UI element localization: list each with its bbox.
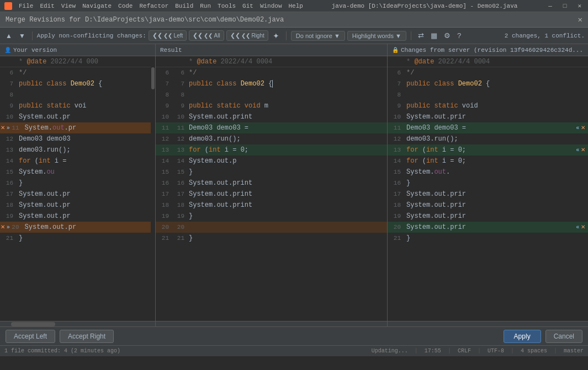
result-line-16: 16 16 System.out.print xyxy=(156,178,387,189)
left-conflict-accept2-btn[interactable]: » xyxy=(6,224,10,230)
left-conflict-x-btn[interactable]: ✕ xyxy=(0,125,6,131)
menu-view[interactable]: View xyxy=(61,3,76,9)
menu-edit[interactable]: Edit xyxy=(40,3,54,9)
apply-all-btn[interactable]: ❮❮ ❮❮ All xyxy=(189,30,224,41)
code-line-left-10: 10 System.out.pr xyxy=(0,111,155,122)
result-line-7: 7 7 public class Demo02 { xyxy=(156,78,387,89)
code-line-left-6: 6 */ xyxy=(0,67,155,78)
settings-btn[interactable]: ⚙ xyxy=(442,30,453,41)
right-conflict-x2-btn[interactable]: ✕ xyxy=(580,147,586,153)
right-btn-label: ❮❮ Right xyxy=(241,33,264,39)
status-separator-2: | xyxy=(448,348,451,354)
result-line-19: 19 19 } xyxy=(156,211,387,222)
menu-help[interactable]: Help xyxy=(289,3,303,9)
right-header-line: * @date 2022/4/4 0004 xyxy=(388,56,588,67)
left-conflict-x2-btn[interactable]: ✕ xyxy=(0,224,6,230)
code-line-left-21: 21 } xyxy=(0,233,155,244)
dialog-close-btn[interactable]: ✕ xyxy=(578,15,582,24)
status-separator-1: | xyxy=(415,348,418,354)
app-icon xyxy=(4,2,12,10)
apply-btn[interactable]: Apply xyxy=(504,330,541,343)
result-hscroll[interactable] xyxy=(156,321,388,327)
right-conflict-accept2-btn[interactable]: « xyxy=(575,147,580,153)
left-header-line: * @date 2022/4/4 000 xyxy=(0,56,155,67)
code-line-right-18: 18 System.out.prir xyxy=(388,200,588,211)
status-charset: UTF-8 xyxy=(488,348,504,354)
code-line-left-13: 13 demo03.run(); xyxy=(0,144,155,155)
next-change-btn[interactable]: ▼ xyxy=(17,31,28,41)
right-conflict-accept-btn[interactable]: « xyxy=(575,125,580,131)
right-hscroll[interactable] xyxy=(388,321,588,327)
code-line-right-8: 8 xyxy=(388,89,588,100)
magic-wand-btn[interactable]: ✦ xyxy=(271,30,282,41)
right-conflict-x-btn[interactable]: ✕ xyxy=(580,125,586,131)
prev-change-btn[interactable]: ▲ xyxy=(3,31,14,41)
status-updating: Updating... xyxy=(372,348,408,354)
result-line-18: 18 18 System.out.print xyxy=(156,200,387,211)
sync-btn[interactable]: ⇄ xyxy=(416,30,426,41)
maximize-btn[interactable]: □ xyxy=(561,3,569,9)
apply-left-btn[interactable]: ❮❮ ❮❮ Left xyxy=(149,30,187,41)
code-line-right-20: 20 System.out.prir « ✕ xyxy=(388,222,588,233)
code-line-right-9: 9 public static void xyxy=(388,100,588,111)
minimize-btn[interactable]: — xyxy=(546,3,554,9)
menu-build[interactable]: Build xyxy=(175,3,193,9)
result-line-9: 9 9 public static void m xyxy=(156,100,387,111)
code-line-right-12: 12 demo03.run(); xyxy=(388,133,588,144)
left-arrows-icon: ❮❮ xyxy=(152,32,162,39)
menu-window[interactable]: Window xyxy=(260,3,282,9)
server-changes-header: 🔒 Changes from server (revision 13f94602… xyxy=(388,44,588,56)
changes-info: 2 changes, 1 conflict. xyxy=(505,33,585,39)
your-version-icon: 👤 xyxy=(4,47,11,53)
result-line-13: 13 13 for (int i = 0; xyxy=(156,144,387,155)
status-separator-3: | xyxy=(478,348,481,354)
all-arrows-icon: ❮❮ xyxy=(193,32,203,39)
code-line-right-7: 7 public class Demo02 { xyxy=(388,78,588,89)
left-conflict-accept-btn[interactable]: » xyxy=(6,125,10,131)
apply-right-btn[interactable]: ❮❮ ❮❮ Right xyxy=(226,30,268,41)
help-btn[interactable]: ? xyxy=(455,30,463,41)
right-conflict-x3-btn[interactable]: ✕ xyxy=(580,224,586,230)
server-changes-label: Changes from server (revision 13f9460294… xyxy=(401,47,583,53)
code-line-right-13: 13 for (int i = 0; « ✕ xyxy=(388,144,588,155)
code-line-left-14: 14 for (int i = xyxy=(0,155,155,167)
cancel-btn[interactable]: Cancel xyxy=(545,330,582,343)
right-conflict-accept3-btn[interactable]: « xyxy=(575,224,580,230)
menu-code[interactable]: Code xyxy=(118,3,133,9)
ignore-dropdown[interactable]: Do not ignore ▼ xyxy=(291,31,345,41)
apply-non-conflicting-label: Apply non-conflicting changes: xyxy=(37,33,146,39)
code-line-left-8: 8 xyxy=(0,89,155,100)
menu-git[interactable]: Git xyxy=(242,3,253,9)
result-line-11: 11 11 Demo03 demo03 = xyxy=(156,122,387,133)
result-line-20: 20 20 xyxy=(156,222,387,233)
highlight-dropdown[interactable]: Highlight words ▼ xyxy=(347,31,406,41)
diff-view-btn[interactable]: ▦ xyxy=(428,30,439,41)
left-scrollbar[interactable] xyxy=(151,56,155,321)
menu-navigate[interactable]: Navigate xyxy=(82,3,112,9)
code-line-left-9: 9 public static voi xyxy=(0,100,155,111)
scrollbar-row xyxy=(0,321,588,326)
result-line-14: 14 14 System.out.p xyxy=(156,155,387,167)
accept-left-btn[interactable]: Accept Left xyxy=(6,330,55,343)
status-time: 17:55 xyxy=(425,348,441,354)
result-panel: * @date 2022/4/4 0004 6 6 */ 7 7 public … xyxy=(156,56,388,321)
status-indent: 4 spaces xyxy=(521,348,547,354)
code-line-right-21: 21 } xyxy=(388,233,588,244)
lock-icon: 🔒 xyxy=(392,47,399,53)
menu-run[interactable]: Run xyxy=(200,3,211,9)
right-arrows-icon: ❮❮ xyxy=(230,32,240,39)
dropdown-arrow-icon: ▼ xyxy=(334,33,340,39)
window-title: java-demo [D:\IdeaProjects\java-demo] - … xyxy=(310,3,539,9)
close-btn[interactable]: ✕ xyxy=(575,2,584,9)
ignore-label: Do not ignore xyxy=(296,33,332,39)
code-line-left-12: 12 Demo03 demo03 xyxy=(0,133,155,144)
menu-file[interactable]: File xyxy=(19,3,33,9)
code-line-right-11: 11 Demo03 demo03 = « ✕ xyxy=(388,122,588,133)
left-hscroll[interactable] xyxy=(0,321,156,327)
menu-tools[interactable]: Tools xyxy=(218,3,236,9)
result-line-15: 15 15 } xyxy=(156,167,387,178)
bottom-left-buttons: Accept Left Accept Right xyxy=(6,330,114,343)
accept-right-btn[interactable]: Accept Right xyxy=(60,330,114,343)
status-bar: 1 file committed: 4 (2 minutes ago) Upda… xyxy=(0,345,588,356)
menu-refactor[interactable]: Refactor xyxy=(139,3,168,9)
